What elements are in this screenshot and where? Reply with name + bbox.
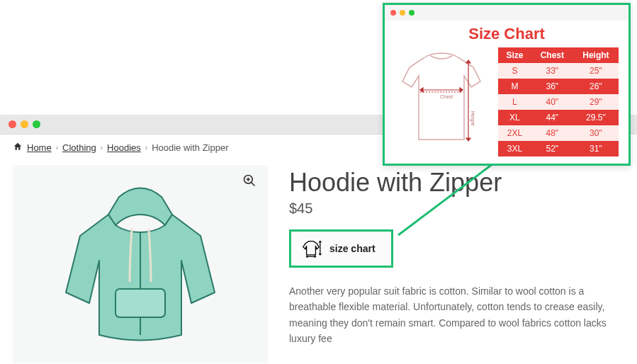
popup-close-dot[interactable]	[390, 10, 396, 16]
breadcrumb-hoodies[interactable]: Hoodies	[107, 142, 141, 153]
breadcrumb-current: Hoodie with Zipper	[152, 142, 228, 153]
breadcrumb-home[interactable]: Home	[27, 142, 52, 153]
size-table-row: 3XL52"31"	[498, 141, 619, 157]
height-header: Height	[573, 47, 619, 63]
size-cell-height: 30"	[573, 125, 619, 141]
svg-line-1	[252, 183, 255, 186]
size-table-row: 2XL48"30"	[498, 125, 619, 141]
size-cell-size: XL	[498, 110, 531, 125]
product-title: Hoodie with Zipper	[289, 168, 624, 198]
size-cell-size: 3XL	[498, 141, 531, 157]
size-cell-chest: 48"	[531, 125, 573, 141]
svg-marker-10	[420, 88, 423, 92]
size-chart-icon	[300, 239, 322, 258]
popup-minimize-dot[interactable]	[400, 10, 405, 16]
size-cell-height: 29.5"	[573, 110, 619, 125]
size-chart-button[interactable]: size chart	[289, 229, 393, 268]
product-price: $45	[289, 200, 624, 217]
size-table: Size Chest Height S33"25"M36"26"L40"29"X…	[498, 47, 619, 157]
size-cell-chest: 33"	[531, 63, 573, 79]
size-header: Size	[498, 47, 531, 63]
size-table-row: S33"25"	[498, 63, 619, 79]
product-description: Another very popular suit fabric is cott…	[289, 283, 622, 347]
size-chart-popup: Size Chart Chest Height	[383, 3, 631, 166]
size-chart-label: size chart	[329, 243, 376, 254]
diagram-height-label: Height	[470, 111, 475, 125]
product-image[interactable]	[13, 165, 268, 363]
size-cell-height: 25"	[573, 63, 619, 79]
size-cell-size: M	[498, 79, 531, 94]
window-minimize-dot[interactable]	[21, 120, 28, 128]
breadcrumb-separator: ›	[145, 144, 147, 152]
size-table-row: L40"29"	[498, 94, 619, 110]
zoom-icon[interactable]	[241, 172, 258, 189]
svg-marker-14	[466, 60, 470, 63]
window-close-dot[interactable]	[9, 120, 16, 128]
breadcrumb-separator: ›	[56, 144, 58, 152]
size-cell-chest: 44"	[531, 110, 573, 125]
size-table-row: XL44"29.5"	[498, 110, 619, 125]
hoodie-illustration	[41, 176, 239, 353]
size-cell-height: 29"	[573, 94, 619, 110]
size-cell-size: S	[498, 63, 531, 79]
popup-maximize-dot[interactable]	[409, 10, 415, 16]
tshirt-diagram: Chest Height	[392, 47, 491, 150]
home-icon	[13, 142, 23, 154]
size-table-row: M36"26"	[498, 79, 619, 94]
popup-titlebar	[385, 5, 628, 21]
svg-rect-5	[115, 289, 165, 317]
diagram-chest-label: Chest	[440, 94, 453, 99]
size-cell-height: 31"	[573, 141, 619, 157]
size-cell-chest: 36"	[531, 79, 573, 94]
popup-title: Size Chart	[392, 25, 621, 43]
chest-header: Chest	[531, 47, 573, 63]
window-maximize-dot[interactable]	[33, 120, 40, 128]
size-cell-size: L	[498, 94, 531, 110]
size-cell-chest: 40"	[531, 94, 573, 110]
breadcrumb-separator: ›	[101, 144, 103, 152]
size-cell-height: 26"	[573, 79, 619, 94]
size-table-header-row: Size Chest Height	[498, 47, 619, 63]
breadcrumb-clothing[interactable]: Clothing	[62, 142, 96, 153]
svg-marker-15	[466, 138, 470, 141]
size-cell-size: 2XL	[498, 125, 531, 141]
svg-marker-11	[460, 88, 463, 92]
size-cell-chest: 52"	[531, 141, 573, 157]
